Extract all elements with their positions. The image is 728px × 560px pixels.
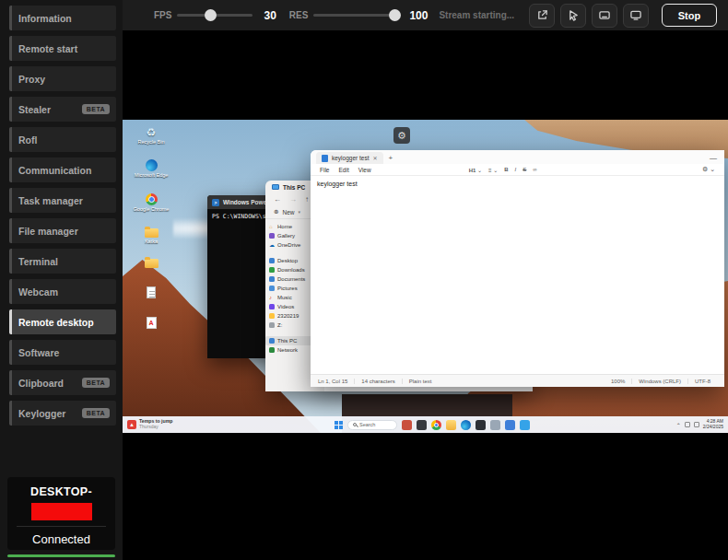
strikethrough-button[interactable]: S xyxy=(523,167,526,172)
sidebar-item-webcam[interactable]: Webcam xyxy=(9,279,116,304)
sidebar-item-keylogger[interactable]: KeyloggerBETA xyxy=(9,401,116,426)
sidebar-item-software[interactable]: Software xyxy=(9,340,116,365)
menu-file[interactable]: File xyxy=(320,167,329,173)
taskbar-chrome-icon[interactable] xyxy=(431,420,441,430)
document-type: Plain text xyxy=(403,379,439,384)
sidebar-item-clipboard[interactable]: ClipboardBETA xyxy=(9,370,116,395)
sidebar-item-remote-desktop[interactable]: Remote desktop xyxy=(9,309,116,334)
taskbar-edge-icon[interactable] xyxy=(461,420,471,430)
tray-chevron-icon[interactable]: ⌃ xyxy=(676,422,681,428)
chrome-icon xyxy=(146,193,158,205)
volume-icon[interactable] xyxy=(694,422,699,427)
desktop-icon-folder[interactable]: Katka xyxy=(130,226,172,244)
desktop-icon-chrome[interactable]: Google Chrome xyxy=(130,193,172,212)
open-external-button[interactable] xyxy=(529,4,555,28)
taskbar-app-icon-5[interactable] xyxy=(505,420,515,430)
res-slider-thumb[interactable] xyxy=(389,9,401,21)
close-tab-icon[interactable]: ✕ xyxy=(372,155,377,161)
menu-edit[interactable]: Edit xyxy=(338,167,348,173)
gear-icon: ⚙ xyxy=(397,130,406,142)
settings-gear-overlay[interactable]: ⚙ xyxy=(393,127,410,144)
videos-folder-icon xyxy=(269,304,275,309)
link-icon[interactable]: ∞ xyxy=(533,167,536,172)
taskbar-app-icon-2[interactable] xyxy=(417,420,427,430)
folder-icon xyxy=(269,313,275,319)
sidebar-item-task-manager[interactable]: Task manager xyxy=(9,188,116,213)
taskbar-file-explorer-icon[interactable] xyxy=(446,420,456,430)
menu-view[interactable]: View xyxy=(358,167,371,173)
new-icon[interactable]: ⊕ xyxy=(274,208,278,216)
stream-status-text: Stream starting... xyxy=(439,10,514,20)
fps-slider[interactable] xyxy=(177,14,252,17)
sidebar-item-terminal[interactable]: Terminal xyxy=(9,249,116,274)
fullscreen-display-button[interactable] xyxy=(623,4,649,28)
windows-taskbar: ▲ Temps to jump Thursday Search xyxy=(123,416,728,433)
rat-client-window: Information Remote start Proxy StealerBE… xyxy=(0,0,728,560)
sidebar-item-label: Remote start xyxy=(18,43,77,54)
line-ending: Windows (CRLF) xyxy=(632,379,688,384)
res-label: RES xyxy=(289,10,309,20)
sidebar-item-proxy[interactable]: Proxy xyxy=(9,66,116,91)
character-count: 14 characters xyxy=(355,379,402,384)
sidebar-item-label: Stealer xyxy=(18,104,51,115)
sidebar-item-label: Proxy xyxy=(18,74,45,85)
notepad-text-area[interactable]: keylogger test xyxy=(311,176,724,374)
notepad-settings-gear-icon[interactable]: ⚙ ⌄ xyxy=(702,166,715,173)
desktop-icon-folder-2[interactable] xyxy=(130,256,172,269)
desktop-icon-pdf[interactable]: A xyxy=(130,317,172,330)
weather-icon: ▲ xyxy=(127,420,136,429)
notepad-tab[interactable]: keylogger test ✕ xyxy=(316,152,383,164)
taskbar-notepad-icon[interactable] xyxy=(520,420,530,430)
desktop-icon-document[interactable] xyxy=(130,286,172,299)
edge-icon xyxy=(146,159,158,171)
screenshot-button[interactable] xyxy=(592,4,617,28)
new-button[interactable]: New xyxy=(282,209,294,216)
beta-badge: BETA xyxy=(82,408,110,418)
desktop-icon-edge[interactable]: Microsoft Edge xyxy=(130,159,172,178)
up-icon[interactable]: ↑ xyxy=(305,195,309,204)
stop-stream-button[interactable]: Stop xyxy=(662,4,717,27)
taskbar-app-icon-1[interactable] xyxy=(402,420,412,430)
minimize-icon[interactable]: — xyxy=(710,154,719,162)
taskbar-center: Search xyxy=(335,420,530,430)
taskbar-clock[interactable]: 4:28 AM 2/24/2025 xyxy=(703,419,723,430)
network-icon[interactable] xyxy=(685,422,690,427)
res-slider[interactable] xyxy=(313,14,400,17)
forward-icon[interactable]: → xyxy=(289,195,297,204)
back-icon[interactable]: ← xyxy=(274,195,281,204)
notepad-format-toolbar: H1 ⌄ ≡ ⌄ B I S ∞ xyxy=(469,167,537,173)
sidebar-item-label: Webcam xyxy=(18,286,58,298)
fps-label: FPS xyxy=(154,10,171,20)
start-button[interactable] xyxy=(335,421,343,429)
italic-button[interactable]: I xyxy=(515,167,517,172)
zoom-level[interactable]: 100% xyxy=(605,379,632,384)
weather-widget[interactable]: ▲ Temps to jump Thursday xyxy=(127,419,173,429)
taskbar-search[interactable]: Search xyxy=(347,420,397,430)
documents-folder-icon xyxy=(269,276,275,282)
fps-value: 30 xyxy=(264,9,276,22)
sidebar-item-file-manager[interactable]: File manager xyxy=(9,218,116,243)
explorer-tab-title: This PC xyxy=(283,184,305,191)
search-label: Search xyxy=(359,422,375,427)
sidebar-item-label: Keylogger xyxy=(18,408,65,419)
bold-button[interactable]: B xyxy=(504,167,508,172)
notepad-window[interactable]: keylogger test ✕ + — File Edit View H1 ⌄… xyxy=(311,150,724,387)
taskbar-app-icon-4[interactable] xyxy=(490,420,500,430)
search-icon xyxy=(353,423,357,426)
sidebar-item-rofl[interactable]: Rofl xyxy=(9,127,116,152)
remote-desktop-view[interactable]: ⚙ ♻ Recycle Bin Microsoft Edge Google Ch… xyxy=(123,120,728,433)
connection-status: Connected xyxy=(7,532,115,546)
taskbar-app-icon-3[interactable] xyxy=(476,420,486,430)
sidebar-item-stealer[interactable]: StealerBETA xyxy=(9,97,116,122)
fps-slider-thumb[interactable] xyxy=(205,9,217,21)
document-icon xyxy=(147,286,156,298)
system-tray: ⌃ 4:28 AM 2/24/2025 xyxy=(676,419,723,430)
sidebar-item-remote-start[interactable]: Remote start xyxy=(9,36,116,61)
remote-cursor-button[interactable] xyxy=(560,4,586,28)
sidebar-item-communication[interactable]: Communication xyxy=(9,158,116,182)
new-tab-icon[interactable]: + xyxy=(389,154,393,162)
heading-dropdown[interactable]: H1 ⌄ xyxy=(469,167,482,173)
desktop-icon-recycle-bin[interactable]: ♻ Recycle Bin xyxy=(130,127,172,145)
list-dropdown[interactable]: ≡ ⌄ xyxy=(488,167,498,173)
sidebar-item-information[interactable]: Information xyxy=(9,6,116,30)
